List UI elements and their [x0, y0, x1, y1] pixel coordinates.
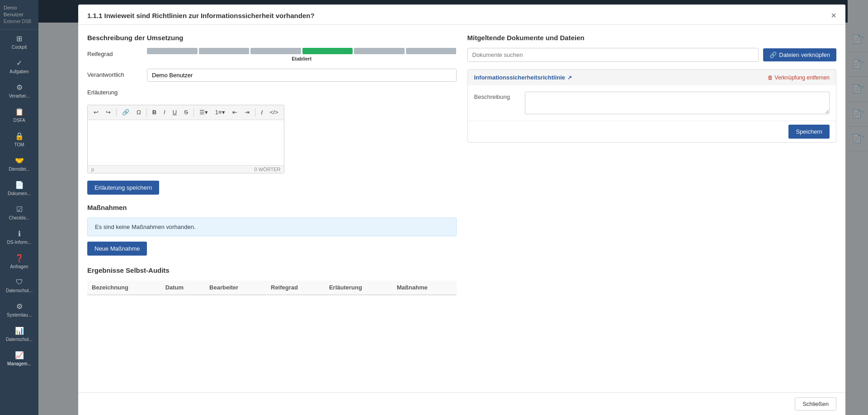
anfragen-icon: ❓ — [15, 254, 24, 262]
progress-seg-4 — [302, 48, 353, 54]
col-erlaeuterung: Erläuterung — [325, 280, 392, 295]
doc-card-body: Beschreibung — [468, 85, 836, 121]
tom-icon: 🔒 — [15, 132, 24, 140]
reifegrad-value-label: Etabliert — [147, 56, 457, 61]
word-count: 0 WÖRTER — [255, 167, 281, 172]
link-icon: 🔗 — [769, 51, 777, 58]
toolbar-divider-2 — [146, 108, 147, 117]
modal-close-button[interactable]: × — [831, 11, 836, 20]
detail-modal: 1.1.1 Inwieweit sind Richtlinien zur Inf… — [78, 5, 845, 415]
doc-save-button[interactable]: Speichern — [788, 125, 830, 139]
dienstleistung-icon: 🤝 — [15, 156, 24, 165]
dsfa-icon: 📋 — [15, 107, 24, 116]
save-erlaeuterung-button[interactable]: Erläuterung speichern — [87, 181, 159, 195]
toolbar-undo[interactable]: ↩ — [90, 107, 102, 118]
erlaeuterung-editor: ↩ ↪ 🔗 Ω B I U S ☰▾ — [87, 105, 284, 173]
systemlauf-icon: ⚙ — [16, 302, 23, 311]
reifegrad-row: Reifegrad Etabliert — [87, 48, 457, 61]
checkliste-icon: ☑ — [16, 205, 23, 214]
sidebar-item-anfragen[interactable]: ❓ Anfragen — [0, 249, 38, 274]
close-modal-button[interactable]: Schließen — [795, 397, 836, 410]
progress-seg-3 — [250, 48, 301, 54]
toolbar-italic[interactable]: I — [160, 107, 169, 118]
aufgaben-icon: ✓ — [16, 59, 22, 67]
verantwortlich-select[interactable]: Demo Benutzer — [147, 69, 457, 82]
col-datum: Datum — [161, 280, 205, 295]
progress-seg-1 — [147, 48, 198, 54]
sidebar-item-ds-inform[interactable]: ℹ DS-Inform... — [0, 225, 38, 249]
external-link-icon[interactable]: ↗ — [567, 75, 572, 81]
main-content: Abmelden Nächste 📄↑ 📄↑ 📄↑ 📄↑ 📄↑ 1.1.1 In… — [38, 0, 868, 415]
erlaeuterung-label: Erläuterung — [87, 89, 118, 96]
sidebar-item-checkliste[interactable]: ☑ Checklis... — [0, 201, 38, 225]
modal-body: Beschreibung der Umsetzung Reifegrad — [78, 25, 845, 392]
modal-header: 1.1.1 Inwieweit sind Richtlinien zur Inf… — [78, 5, 845, 25]
toolbar-link[interactable]: 🔗 — [119, 107, 132, 118]
toolbar-code[interactable]: </> — [267, 107, 282, 118]
two-column-layout: Beschreibung der Umsetzung Reifegrad — [87, 34, 836, 295]
verantwortlich-field: Demo Benutzer — [147, 69, 457, 82]
progress-bar-track — [147, 48, 457, 54]
doc-card-header: Informationssicherheitsrichtlinie ↗ 🗑 Ve… — [468, 70, 836, 85]
col-bezeichnung: Bezeichnung — [87, 280, 161, 295]
remove-link-button[interactable]: 🗑 Verknüpfung entfernen — [768, 75, 830, 81]
verarbeitung-icon: ⚙ — [16, 83, 23, 92]
save-erlaeuterung-wrapper: Erläuterung speichern — [87, 181, 457, 195]
reifegrad-progress: Etabliert — [147, 48, 457, 61]
editor-body[interactable] — [88, 120, 284, 165]
sidebar-item-systemlauf[interactable]: ⚙ Systemlau... — [0, 298, 38, 322]
sidebar-item-tom[interactable]: 🔒 TOM — [0, 127, 38, 152]
col-massnahme: Maßnahme — [392, 280, 457, 295]
audit-table: Bezeichnung Datum Bearbeiter Reifegrad E… — [87, 280, 457, 295]
trash-icon: 🗑 — [768, 75, 773, 81]
toolbar-divider-4 — [255, 108, 255, 117]
toolbar-underline[interactable]: U — [170, 107, 180, 118]
toolbar-bold[interactable]: B — [149, 107, 160, 118]
sidebar-user: Demo Benutzer Externer DSB — [4, 5, 35, 25]
toolbar-omega[interactable]: Ω — [133, 107, 144, 118]
sidebar-header: Demo Benutzer Externer DSB — [0, 0, 38, 30]
sidebar: Demo Benutzer Externer DSB ⊞ Cockpit ✓ A… — [0, 0, 38, 415]
toolbar-divider-3 — [193, 108, 194, 117]
progress-seg-5 — [354, 48, 405, 54]
docs-search-input[interactable] — [467, 48, 759, 62]
doc-card: Informationssicherheitsrichtlinie ↗ 🗑 Ve… — [467, 69, 837, 143]
verantwortlich-label: Verantwortlich — [87, 69, 142, 78]
reifegrad-label: Reifegrad — [87, 48, 142, 57]
sidebar-item-datenschutz2[interactable]: 📊 Datenschut... — [0, 322, 38, 346]
sidebar-item-dokumente[interactable]: 📄 Dokumen... — [0, 176, 38, 201]
toolbar-ul[interactable]: ☰▾ — [196, 107, 211, 118]
toolbar-outdent[interactable]: ⇤ — [229, 107, 241, 118]
toolbar-italic2[interactable]: 𝐼 — [258, 107, 266, 118]
editor-toolbar: ↩ ↪ 🔗 Ω B I U S ☰▾ — [88, 105, 284, 120]
dokumente-icon: 📄 — [15, 181, 24, 189]
left-column: Beschreibung der Umsetzung Reifegrad — [87, 34, 457, 295]
sidebar-item-dienstleistung[interactable]: 🤝 Dienstlei... — [0, 152, 38, 176]
toolbar-ol[interactable]: 1≡▾ — [212, 107, 228, 118]
toolbar-strike[interactable]: S — [181, 107, 191, 118]
datenschutz2-icon: 📊 — [15, 326, 24, 335]
erlaeuterung-row: Erläuterung ↩ ↪ 🔗 Ω B I U — [87, 89, 457, 173]
management-icon: 📈 — [15, 351, 24, 359]
link-files-button[interactable]: 🔗 Dateien verknüpfen — [763, 48, 836, 61]
paragraph-indicator: p — [91, 167, 94, 172]
sidebar-item-datenschutz[interactable]: 🛡 Datenschut... — [0, 274, 38, 298]
progress-seg-6 — [406, 48, 457, 54]
sidebar-item-management[interactable]: 📈 Managem... — [0, 346, 38, 371]
sidebar-item-verarbeitung[interactable]: ⚙ Verarbei... — [0, 79, 38, 103]
doc-card-title: Informationssicherheitsrichtlinie ↗ — [474, 74, 572, 81]
no-massnahmen-box: Es sind keine Maßnahmen vorhanden. — [87, 218, 457, 236]
doc-card-footer: Speichern — [468, 121, 836, 142]
beschreibung-section-title: Beschreibung der Umsetzung — [87, 34, 457, 42]
audit-section: Ergebnisse Selbst-Audits Bezeichnung Dat… — [87, 266, 457, 295]
sidebar-item-dsfa[interactable]: 📋 DSFA — [0, 103, 38, 127]
sidebar-item-aufgaben[interactable]: ✓ Aufgaben — [0, 54, 38, 79]
toolbar-redo[interactable]: ↪ — [103, 107, 114, 118]
doc-beschreibung-label: Beschreibung — [474, 92, 519, 100]
toolbar-indent[interactable]: ⇥ — [241, 107, 253, 118]
doc-beschreibung-textarea[interactable] — [525, 92, 830, 114]
progress-seg-2 — [199, 48, 250, 54]
audit-header-row: Bezeichnung Datum Bearbeiter Reifegrad E… — [87, 280, 457, 295]
sidebar-item-cockpit[interactable]: ⊞ Cockpit — [0, 30, 38, 54]
new-massnahme-button[interactable]: Neue Maßnahme — [87, 242, 147, 256]
